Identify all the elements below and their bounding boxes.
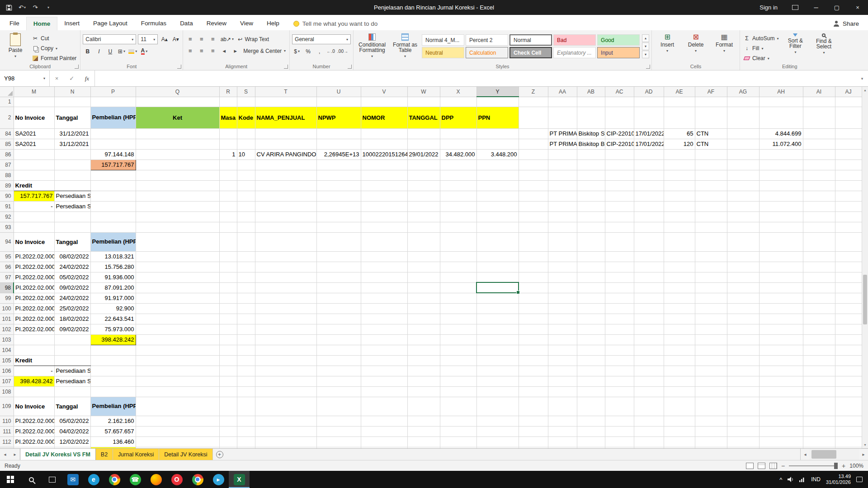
cell-Z108[interactable] xyxy=(519,386,548,397)
cell-Y109[interactable] xyxy=(476,397,519,416)
cell-AH113[interactable] xyxy=(759,447,803,448)
cell-W108[interactable] xyxy=(407,386,440,397)
cell-AJ97[interactable] xyxy=(835,272,862,282)
cell-P108[interactable] xyxy=(90,386,136,397)
cell-AC2[interactable] xyxy=(605,107,634,128)
cell-AE103[interactable] xyxy=(664,334,695,345)
cell-AA95[interactable] xyxy=(548,251,577,262)
cell-S94[interactable] xyxy=(237,232,255,251)
cell-AJ112[interactable] xyxy=(835,436,862,447)
tab-help[interactable]: Help xyxy=(260,17,286,30)
cell-S95[interactable] xyxy=(237,251,255,262)
row-header-101[interactable]: 101 xyxy=(0,314,14,324)
cell-Z88[interactable] xyxy=(519,170,548,180)
cell-Q103[interactable] xyxy=(136,334,219,345)
cell-P109[interactable]: Pembelian (HPP) xyxy=(90,397,136,416)
cell-P107[interactable] xyxy=(90,376,136,386)
cell-M103[interactable] xyxy=(14,334,54,345)
cell-AD108[interactable] xyxy=(634,386,664,397)
cell-X89[interactable] xyxy=(440,180,476,191)
cell-R106[interactable] xyxy=(219,366,237,376)
cell-AA84[interactable]: PT PRIMA xyxy=(548,128,577,139)
cell-AA85[interactable]: PT PRIMA xyxy=(548,139,577,149)
find-select-button[interactable]: Find & Select ▾ xyxy=(811,32,837,62)
cell-AA101[interactable] xyxy=(548,314,577,324)
cell-AD109[interactable] xyxy=(634,397,664,416)
cell-Z109[interactable] xyxy=(519,397,548,416)
cell-M105[interactable]: Kredit xyxy=(14,355,54,366)
cell-AB110[interactable] xyxy=(577,416,605,426)
cell-S102[interactable] xyxy=(237,324,255,334)
cell-Y86[interactable]: 3.448.200 xyxy=(476,149,519,160)
cell-P1[interactable] xyxy=(90,97,136,107)
cell-V106[interactable] xyxy=(361,366,407,376)
cell-W87[interactable] xyxy=(407,160,440,170)
zoom-level[interactable]: 100% xyxy=(849,463,863,469)
cell-AH103[interactable] xyxy=(759,334,803,345)
cell-AH98[interactable] xyxy=(759,282,803,293)
cell-U107[interactable] xyxy=(316,376,361,386)
cell-S90[interactable] xyxy=(237,191,255,201)
cell-R95[interactable] xyxy=(219,251,237,262)
cell-M110[interactable]: PI.2022.02.00003 xyxy=(14,416,54,426)
cell-AG112[interactable] xyxy=(727,436,759,447)
cell-AI2[interactable] xyxy=(803,107,835,128)
cell-AB94[interactable] xyxy=(577,232,605,251)
cell-N91[interactable]: Persediaan StokTersedia di Januari di ju… xyxy=(54,201,90,211)
cell-S107[interactable] xyxy=(237,376,255,386)
cell-Q95[interactable] xyxy=(136,251,219,262)
name-box[interactable]: Y98 ▾ xyxy=(0,70,50,86)
network-icon[interactable] xyxy=(799,477,806,482)
cell-Z105[interactable] xyxy=(519,355,548,366)
cell-S85[interactable] xyxy=(237,139,255,149)
cell-AJ100[interactable] xyxy=(835,303,862,314)
column-header-Z[interactable]: Z xyxy=(519,87,548,97)
cell-V104[interactable] xyxy=(361,345,407,355)
cut-button[interactable]: ✂Cut xyxy=(31,34,78,42)
cell-AH85[interactable]: 11.072.400 xyxy=(759,139,803,149)
cell-AD84[interactable]: 17/01/2022 xyxy=(634,128,664,139)
cell-AE84[interactable]: 65 xyxy=(664,128,695,139)
cell-Y107[interactable] xyxy=(476,376,519,386)
row-header-111[interactable]: 111 xyxy=(0,426,14,436)
cell-X99[interactable] xyxy=(440,293,476,303)
vertical-scroll-thumb[interactable] xyxy=(863,275,867,324)
cell-W85[interactable] xyxy=(407,139,440,149)
cell-M95[interactable]: PI.2022.02.00007 xyxy=(14,251,54,262)
cell-AF91[interactable] xyxy=(695,201,727,211)
cell-AB105[interactable] xyxy=(577,355,605,366)
hscroll-right-icon[interactable]: ▸ xyxy=(859,452,868,457)
column-header-AH[interactable]: AH xyxy=(759,87,803,97)
cell-W84[interactable] xyxy=(407,128,440,139)
cell-Z87[interactable] xyxy=(519,160,548,170)
percent-style-button[interactable]: % xyxy=(303,47,313,56)
cell-Y91[interactable] xyxy=(476,201,519,211)
cell-AA98[interactable] xyxy=(548,282,577,293)
cell-Q111[interactable] xyxy=(136,426,219,436)
cell-P106[interactable] xyxy=(90,366,136,376)
cell-AE90[interactable] xyxy=(664,191,695,201)
cell-AF88[interactable] xyxy=(695,170,727,180)
cell-AA104[interactable] xyxy=(548,345,577,355)
cell-AD1[interactable] xyxy=(634,97,664,107)
cell-AH2[interactable] xyxy=(759,107,803,128)
cell-N84[interactable]: 31/12/2021 xyxy=(54,128,90,139)
cell-W89[interactable] xyxy=(407,180,440,191)
cell-AD103[interactable] xyxy=(634,334,664,345)
cell-S96[interactable] xyxy=(237,262,255,272)
row-header-113[interactable]: 113 xyxy=(0,447,14,448)
sheet-tab-jurnal-koreksi[interactable]: Jurnal Koreksi xyxy=(113,449,159,460)
cell-Z90[interactable] xyxy=(519,191,548,201)
cell-AE110[interactable] xyxy=(664,416,695,426)
cell-AI1[interactable] xyxy=(803,97,835,107)
cell-Q107[interactable] xyxy=(136,376,219,386)
cell-Z107[interactable] xyxy=(519,376,548,386)
cell-AJ88[interactable] xyxy=(835,170,862,180)
cell-W112[interactable] xyxy=(407,436,440,447)
cell-S99[interactable] xyxy=(237,293,255,303)
cell-AE106[interactable] xyxy=(664,366,695,376)
cell-R108[interactable] xyxy=(219,386,237,397)
cell-AD105[interactable] xyxy=(634,355,664,366)
cell-AA87[interactable] xyxy=(548,160,577,170)
cell-T112[interactable] xyxy=(255,436,316,447)
